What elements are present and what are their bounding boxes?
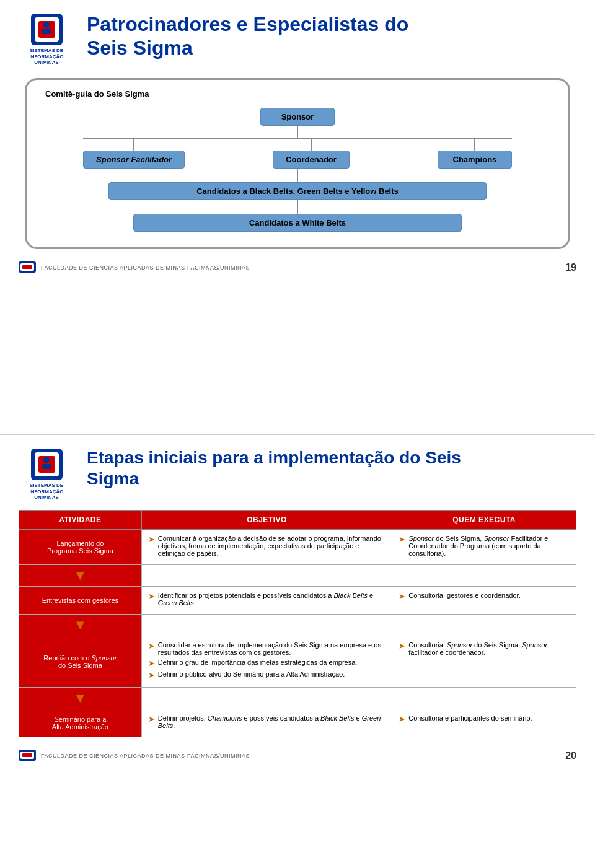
page1-title: Patrocinadores e Especialistas do Seis S… xyxy=(87,12,408,60)
footer-text-1: FACULDADE DE CIÊNCIAS APLICADAS DE MINAS… xyxy=(41,261,250,274)
arrow-icon-q4: ➤ xyxy=(399,714,405,724)
quem-lancamento: ➤ Sponsor do Seis Sigma, Sponsor Facilit… xyxy=(392,529,576,564)
org-chart: Sponsor Sponsor Facilitador Coordenador xyxy=(45,102,550,232)
h-line-1 xyxy=(83,138,512,139)
arrow-icon-q2: ➤ xyxy=(399,592,405,601)
footer-text-2: FACULDADE DE CIÊNCIAS APLICADAS DE MINAS… xyxy=(41,750,250,762)
bullet-q3: ➤ Consultoria, Sponsor do Seis Sigma, Sp… xyxy=(399,641,570,656)
spacer-3a xyxy=(141,687,392,709)
logo-icon-2 xyxy=(30,447,64,481)
bullet-3-2: ➤ Definir o grau de importância das meta… xyxy=(148,659,386,668)
page-number-1: 19 xyxy=(565,262,576,273)
org-chart-container: Comitê-guia do Seis Sigma Sponsor Sponso… xyxy=(25,78,570,249)
bullet-q2: ➤ Consultoria, gestores e coordenador. xyxy=(399,592,570,601)
table-row: Reunião com o Sponsordo Seis Sigma ➤ Con… xyxy=(19,636,576,687)
bullet-3-1: ➤ Consolidar a estrutura de implementaçã… xyxy=(148,641,386,656)
table-header-row: ATIVIDADE OBJETIVO QUEM EXECUTA xyxy=(19,510,576,529)
svg-rect-15 xyxy=(22,753,32,757)
logo-block-2: SISTEMAS DE INFORMAÇÃO UNIMINAS xyxy=(19,447,74,501)
arrow-icon-2-1: ➤ xyxy=(148,592,155,601)
champions-box: Champions xyxy=(438,151,512,169)
down-arrow-1: ▼ xyxy=(20,566,140,585)
svg-rect-7 xyxy=(22,265,32,269)
page2-footer-area: FACULDADE DE CIÊNCIAS APLICADAS DE MINAS… xyxy=(19,750,576,762)
bullet-3-3: ➤ Definir o público-alvo do Seminário pa… xyxy=(148,670,386,680)
sponsor-box: Sponsor xyxy=(260,108,335,126)
table-row: Seminário para aAlta Administração ➤ Def… xyxy=(19,709,576,737)
svg-rect-4 xyxy=(42,29,51,34)
quem-seminario: ➤ Consultoria e participantes do seminár… xyxy=(392,709,576,737)
logo-text-2: SISTEMAS DE INFORMAÇÃO UNIMINAS xyxy=(29,483,63,501)
connector-v1 xyxy=(297,126,298,138)
v-stub-coord xyxy=(311,139,312,151)
level2-row: Sponsor Facilitador Coordenador Champion… xyxy=(83,139,512,169)
objetivo-lancamento: ➤ Comunicar à organização a decisão de s… xyxy=(141,529,392,564)
logo-icon-1 xyxy=(30,12,64,46)
down-arrow-2: ▼ xyxy=(20,616,140,634)
objetivo-reuniao: ➤ Consolidar a estrutura de implementaçã… xyxy=(141,636,392,687)
page1-footer-area: FACULDADE DE CIÊNCIAS APLICADAS DE MINAS… xyxy=(19,261,576,274)
connector-v2 xyxy=(297,169,298,182)
spacer-1b xyxy=(392,564,576,586)
logo-text-1: SISTEMAS DE INFORMAÇÃO UNIMINAS xyxy=(29,48,63,66)
spacer-1a xyxy=(141,564,392,586)
v-stub-sf xyxy=(133,139,134,151)
coordenador-box: Coordenador xyxy=(273,151,350,169)
committee-label: Comitê-guia do Seis Sigma xyxy=(45,89,149,99)
bullet-2-1: ➤ Identificar os projetos potenciais e p… xyxy=(148,592,386,607)
arrow-row-3: ▼ xyxy=(19,687,576,709)
quem-entrevistas: ➤ Consultoria, gestores e coordenador. xyxy=(392,586,576,614)
atividade-seminario: Seminário para aAlta Administração xyxy=(19,709,142,737)
candidatos-wb-box: Candidatos a White Belts xyxy=(133,214,461,232)
down-arrow-3: ▼ xyxy=(20,689,140,708)
col-sf: Sponsor Facilitador xyxy=(83,139,185,169)
page-1: SISTEMAS DE INFORMAÇÃO UNIMINAS Patrocin… xyxy=(0,0,595,434)
bullet-1-1: ➤ Comunicar à organização a decisão de s… xyxy=(148,535,386,557)
atividade-entrevistas: Entrevistas com gestores xyxy=(19,586,142,614)
arrow-icon-3-2: ➤ xyxy=(148,659,155,668)
arrow-icon-q3: ➤ xyxy=(399,641,405,651)
footer-logo-2 xyxy=(19,750,37,762)
arrow-row-2: ▼ xyxy=(19,614,576,636)
svg-point-11 xyxy=(43,457,50,463)
col-coord: Coordenador xyxy=(273,139,350,169)
arrow-cell-1: ▼ xyxy=(19,564,142,586)
connector-v3 xyxy=(297,200,298,214)
th-quem: QUEM EXECUTA xyxy=(392,510,576,529)
quem-reuniao: ➤ Consultoria, Sponsor do Seis Sigma, Sp… xyxy=(392,636,576,687)
arrow-icon-1-1: ➤ xyxy=(148,535,155,544)
arrow-cell-2: ▼ xyxy=(19,614,142,636)
bullet-4-1: ➤ Definir projetos, Champions e possívei… xyxy=(148,714,386,729)
atividade-lancamento: Lançamento doPrograma Seis Sigma xyxy=(19,529,142,564)
page1-header: SISTEMAS DE INFORMAÇÃO UNIMINAS Patrocin… xyxy=(19,12,576,66)
table-row: Lançamento doPrograma Seis Sigma ➤ Comun… xyxy=(19,529,576,564)
page2-header: SISTEMAS DE INFORMAÇÃO UNIMINAS Etapas i… xyxy=(19,447,576,501)
v-stub-champ xyxy=(474,139,475,151)
spacer-2b xyxy=(392,614,576,636)
objetivo-entrevistas: ➤ Identificar os projetos potenciais e p… xyxy=(141,586,392,614)
spacer-3b xyxy=(392,687,576,709)
page-2: SISTEMAS DE INFORMAÇÃO UNIMINAS Etapas i… xyxy=(0,435,595,868)
footer-logo-1 xyxy=(19,261,37,274)
page2-title: Etapas iniciais para a implementação do … xyxy=(87,447,461,489)
svg-point-3 xyxy=(43,22,50,28)
implementation-table: ATIVIDADE OBJETIVO QUEM EXECUTA Lançamen… xyxy=(19,510,576,737)
svg-rect-12 xyxy=(42,464,51,469)
th-objetivo: OBJETIVO xyxy=(141,510,392,529)
logo-block-1: SISTEMAS DE INFORMAÇÃO UNIMINAS xyxy=(19,12,74,66)
table-row: Entrevistas com gestores ➤ Identificar o… xyxy=(19,586,576,614)
th-atividade: ATIVIDADE xyxy=(19,510,142,529)
objetivo-seminario: ➤ Definir projetos, Champions e possívei… xyxy=(141,709,392,737)
page-number-2: 20 xyxy=(565,750,576,761)
atividade-reuniao: Reunião com o Sponsordo Seis Sigma xyxy=(19,636,142,687)
arrow-icon-3-1: ➤ xyxy=(148,641,155,651)
col-champ: Champions xyxy=(438,139,512,169)
arrow-cell-3: ▼ xyxy=(19,687,142,709)
arrow-icon-q1: ➤ xyxy=(399,535,405,544)
candidatos-bb-box: Candidatos a Black Belts, Green Belts e … xyxy=(108,182,487,200)
spacer-2a xyxy=(141,614,392,636)
bullet-q1: ➤ Sponsor do Seis Sigma, Sponsor Facilit… xyxy=(399,535,570,557)
arrow-icon-3-3: ➤ xyxy=(148,670,155,680)
sponsor-facilitador-box: Sponsor Facilitador xyxy=(83,151,185,169)
arrow-icon-4-1: ➤ xyxy=(148,714,155,724)
